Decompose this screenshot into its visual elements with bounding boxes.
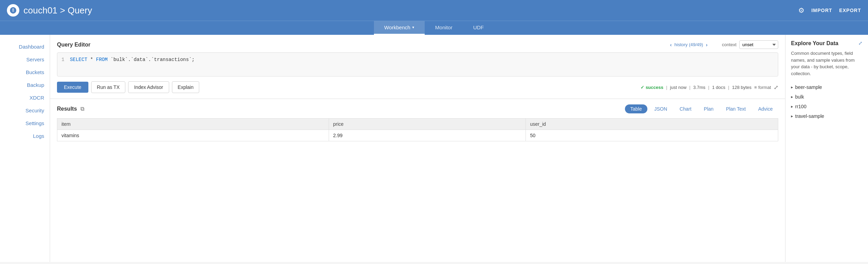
chevron-right-icon: ▸ xyxy=(791,114,793,119)
col-user-id: user_id xyxy=(526,119,778,130)
table-body: vitamins 2.99 50 xyxy=(57,130,778,141)
table-row: vitamins 2.99 50 xyxy=(57,130,778,141)
run-as-tx-button[interactable]: Run as TX xyxy=(91,81,126,93)
main-layout: Dashboard Servers Buckets Backup XDCR Se… xyxy=(0,35,868,262)
copy-icon[interactable]: ⧉ xyxy=(80,106,84,112)
content-area: Query Editor ‹ history (49/49) › context… xyxy=(50,35,785,262)
code-content: SELECT * FROM `bulk`.`data`.`transaction… xyxy=(70,57,194,72)
results-title: Results xyxy=(57,106,77,112)
query-editor-header: Query Editor ‹ history (49/49) › context… xyxy=(57,40,778,49)
cell-price: 2.99 xyxy=(329,130,525,141)
context-select[interactable]: unset beer-sample bulk rr100 travel-samp… xyxy=(739,40,778,49)
history-nav: ‹ history (49/49) › xyxy=(670,42,707,48)
button-row: Execute Run as TX Index Advisor Explain … xyxy=(57,81,778,93)
context-area: context unset beer-sample bulk rr100 tra… xyxy=(722,40,778,49)
sidebar-item-settings[interactable]: Settings xyxy=(0,117,50,130)
sidebar: Dashboard Servers Buckets Backup XDCR Se… xyxy=(0,35,50,262)
format-button[interactable]: ≡ format xyxy=(754,85,771,90)
data-item-travel-sample[interactable]: ▸ travel-sample xyxy=(791,111,862,121)
result-tab-json[interactable]: JSON xyxy=(649,104,673,113)
cell-item: vitamins xyxy=(57,130,329,141)
results-section: Results ⧉ Table JSON Chart Plan Plan Tex… xyxy=(50,99,785,262)
expand-icon[interactable]: ⤢ xyxy=(774,84,778,91)
chevron-right-icon: ▸ xyxy=(791,104,793,109)
gear-icon[interactable]: ⚙ xyxy=(798,6,804,14)
history-prev-button[interactable]: ‹ xyxy=(670,42,672,48)
sidebar-item-backup[interactable]: Backup xyxy=(0,79,50,91)
chevron-down-icon: ▾ xyxy=(412,25,414,30)
result-tab-plan-text[interactable]: Plan Text xyxy=(721,104,751,113)
status-area: ✓ success | just now | 3.7ms | 1 docs | … xyxy=(640,84,778,91)
chevron-right-icon: ▸ xyxy=(791,94,793,99)
status-docs: 1 docs xyxy=(712,85,725,90)
result-tab-table[interactable]: Table xyxy=(625,104,647,113)
cell-user-id: 50 xyxy=(526,130,778,141)
status-time: just now xyxy=(670,85,687,90)
sidebar-item-servers[interactable]: Servers xyxy=(0,53,50,66)
col-item: item xyxy=(57,119,329,130)
tab-monitor[interactable]: Monitor xyxy=(425,21,463,35)
header-actions: ⚙ IMPORT EXPORT xyxy=(798,6,861,14)
right-panel-title: Explore Your Data xyxy=(791,40,838,47)
code-editor[interactable]: 1 SELECT * FROM `bulk`.`data`.`transacti… xyxy=(57,52,778,77)
expand-panel-icon[interactable]: ⤢ xyxy=(858,40,862,46)
result-tab-chart[interactable]: Chart xyxy=(674,104,697,113)
right-panel-desc: Common document types, field names, and … xyxy=(791,50,862,77)
result-tabs: Table JSON Chart Plan Plan Text Advice xyxy=(625,104,778,113)
query-editor-section: Query Editor ‹ history (49/49) › context… xyxy=(50,35,785,99)
tab-udf[interactable]: UDF xyxy=(463,21,494,35)
tab-workbench[interactable]: Workbench ▾ xyxy=(374,21,425,35)
app-header: couch01 > Query ⚙ IMPORT EXPORT xyxy=(0,0,868,21)
query-editor-title: Query Editor xyxy=(57,42,90,48)
data-item-bulk[interactable]: ▸ bulk xyxy=(791,92,862,102)
status-success: ✓ success xyxy=(640,85,663,90)
sidebar-item-logs[interactable]: Logs xyxy=(0,130,50,142)
data-item-beer-sample[interactable]: ▸ beer-sample xyxy=(791,82,862,92)
sidebar-item-dashboard[interactable]: Dashboard xyxy=(0,40,50,53)
index-advisor-button[interactable]: Index Advisor xyxy=(128,81,169,93)
context-label: context xyxy=(722,42,736,47)
page-title: couch01 > Query xyxy=(23,5,798,16)
result-tab-plan[interactable]: Plan xyxy=(698,104,719,113)
history-link[interactable]: history (49/49) xyxy=(674,42,703,47)
explain-button[interactable]: Explain xyxy=(172,81,200,93)
import-button[interactable]: IMPORT xyxy=(811,8,832,13)
results-table: item price user_id vitamins 2.99 50 xyxy=(57,118,778,141)
right-panel-header: Explore Your Data ⤢ xyxy=(791,40,862,47)
app-logo xyxy=(7,4,19,17)
chevron-right-icon: ▸ xyxy=(791,85,793,90)
line-number: 1 xyxy=(61,57,64,72)
execute-button[interactable]: Execute xyxy=(57,82,88,93)
nav-tabs: Workbench ▾ Monitor UDF xyxy=(0,21,868,35)
sidebar-item-buckets[interactable]: Buckets xyxy=(0,66,50,79)
results-header: Results ⧉ Table JSON Chart Plan Plan Tex… xyxy=(57,104,778,113)
col-price: price xyxy=(329,119,525,130)
history-next-button[interactable]: › xyxy=(706,42,707,48)
sidebar-item-xdcr[interactable]: XDCR xyxy=(0,91,50,104)
data-item-rr100[interactable]: ▸ rr100 xyxy=(791,102,862,111)
result-tab-advice[interactable]: Advice xyxy=(753,104,778,113)
format-icon: ≡ xyxy=(754,85,757,90)
status-ms: 3.7ms xyxy=(693,85,705,90)
export-button[interactable]: EXPORT xyxy=(839,8,861,13)
right-panel: Explore Your Data ⤢ Common document type… xyxy=(785,35,868,262)
table-header: item price user_id xyxy=(57,119,778,130)
sidebar-item-security[interactable]: Security xyxy=(0,104,50,117)
status-bytes: 128 bytes xyxy=(732,85,751,90)
